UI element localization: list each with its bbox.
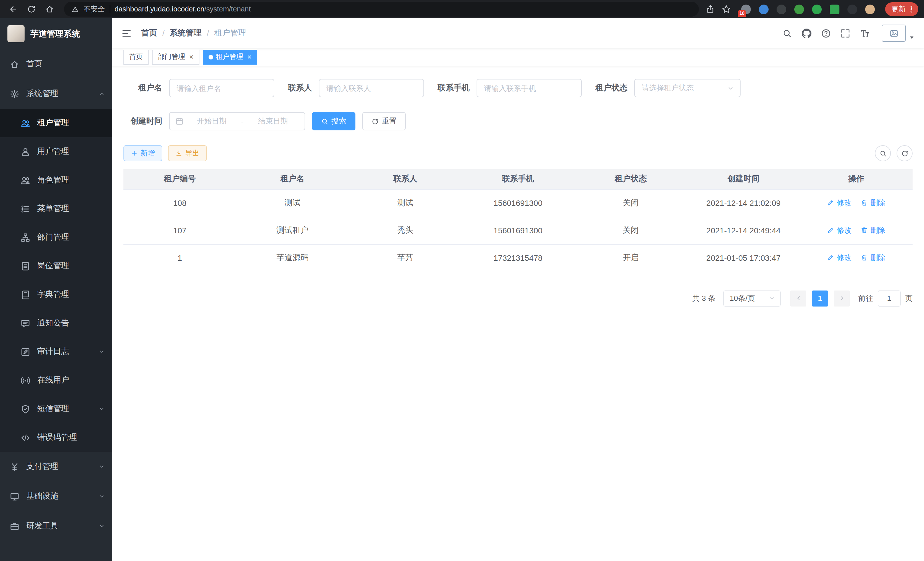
sidebar-item-dev-tools[interactable]: 研发工具 [0, 511, 112, 541]
header-search-icon[interactable] [782, 28, 792, 38]
sidebar-item-pay[interactable]: 支付管理 [0, 452, 112, 481]
sidebar-item-audit-log[interactable]: 审计日志 [0, 337, 112, 366]
extension-icon-5[interactable] [812, 4, 822, 14]
extension-icon-8[interactable] [865, 4, 875, 14]
sidebar-item-dept[interactable]: 部门管理 [0, 223, 112, 252]
user-avatar-menu[interactable] [882, 25, 915, 42]
breadcrumb-item[interactable]: 首页 [141, 28, 157, 38]
cell-name: 芋道源码 [236, 244, 349, 272]
home-icon [10, 59, 20, 69]
app-logo[interactable]: 芋道管理系统 [0, 18, 112, 49]
contact-input[interactable] [319, 79, 424, 97]
tab-dept[interactable]: 部门管理× [152, 50, 199, 64]
sidebar-item-post[interactable]: 岗位管理 [0, 252, 112, 280]
next-page-button[interactable] [834, 290, 850, 306]
browser-menu-icon[interactable] [908, 5, 915, 13]
avatar [882, 25, 906, 42]
sidebar-item-menu[interactable]: 菜单管理 [0, 194, 112, 223]
reset-button[interactable]: 重置 [362, 112, 406, 130]
chevron-down-icon [769, 295, 776, 302]
address-bar[interactable]: 不安全 dashboard.yudao.iocoder.cn/system/te… [64, 2, 699, 17]
toggle-search-button[interactable] [875, 145, 891, 161]
browser-back-button[interactable] [6, 2, 21, 17]
breadcrumb: 首页/系统管理/租户管理 [141, 28, 246, 38]
tenant-name-input[interactable] [169, 79, 274, 97]
collapse-sidebar-button[interactable] [121, 28, 132, 39]
share-icon[interactable] [706, 5, 715, 14]
refresh-table-button[interactable] [897, 145, 913, 161]
search-button[interactable]: 搜索 [312, 112, 356, 130]
page-unit-label: 页 [905, 293, 913, 303]
sidebar-item-role[interactable]: 角色管理 [0, 166, 112, 194]
edit-link[interactable]: 修改 [827, 253, 852, 263]
end-date-placeholder: 结束日期 [247, 116, 299, 126]
prev-page-button[interactable] [790, 290, 806, 306]
tab-tenant[interactable]: 租户管理× [202, 50, 257, 64]
app-logo-image [8, 25, 25, 42]
delete-link[interactable]: 删除 [861, 253, 885, 263]
filter-row-2: 创建时间 开始日期 - 结束日期 搜索 重置 [123, 112, 913, 130]
extension-icon-2[interactable] [759, 4, 769, 14]
tab-close-icon[interactable]: × [189, 53, 194, 61]
page-url: dashboard.yudao.iocoder.cn/system/tenant [115, 5, 251, 13]
sidebar-item-dict[interactable]: 字典管理 [0, 280, 112, 309]
tenant-table: 租户编号租户名联系人联系手机租户状态创建时间操作 108测试测试15601691… [123, 169, 913, 272]
help-icon[interactable] [821, 28, 831, 38]
cell-created: 2021-12-14 20:49:44 [687, 217, 800, 244]
phone-input[interactable] [477, 79, 582, 97]
add-button[interactable]: 新增 [123, 145, 162, 161]
sidebar-item-tenant[interactable]: 租户管理 [0, 109, 112, 137]
extension-icon-4[interactable] [794, 4, 804, 14]
sidebar: 芋道管理系统 首页系统管理租户管理用户管理角色管理菜单管理部门管理岗位管理字典管… [0, 18, 112, 561]
extension-icon-6[interactable] [830, 4, 839, 14]
cell-phone: 15601691300 [462, 189, 574, 217]
gear-icon [10, 89, 20, 99]
sidebar-item-infra[interactable]: 基础设施 [0, 481, 112, 511]
sidebar-item-system[interactable]: 系统管理 [0, 79, 112, 109]
browser-update-button[interactable]: 更新 [885, 2, 918, 16]
tab-close-icon[interactable]: × [247, 53, 251, 61]
security-warning-icon [71, 5, 79, 13]
status-select[interactable]: 请选择租户状态 [634, 79, 741, 97]
font-size-icon[interactable] [860, 28, 870, 38]
sidebar-item-user[interactable]: 用户管理 [0, 137, 112, 166]
edit-link[interactable]: 修改 [827, 198, 852, 208]
sidebar-item-error-code[interactable]: 错误码管理 [0, 423, 112, 452]
table-header-row: 租户编号租户名联系人联系手机租户状态创建时间操作 [123, 169, 913, 189]
sidebar-menu: 首页系统管理租户管理用户管理角色管理菜单管理部门管理岗位管理字典管理通知公告审计… [0, 49, 112, 541]
sidebar-item-home[interactable]: 首页 [0, 49, 112, 79]
navbar: 首页/系统管理/租户管理 [112, 18, 924, 48]
extension-icon-3[interactable] [777, 4, 786, 14]
extension-icon-7[interactable] [848, 4, 857, 14]
chevron-down-icon [98, 493, 105, 500]
delete-link[interactable]: 删除 [861, 225, 885, 236]
delete-link[interactable]: 删除 [861, 198, 885, 208]
bookmark-star-icon[interactable] [722, 5, 731, 14]
chevron-up-icon [98, 90, 105, 97]
edit-link[interactable]: 修改 [827, 225, 852, 236]
page-size-select[interactable]: 10条/页 [723, 290, 781, 306]
goto-page-input[interactable] [878, 290, 901, 306]
sidebar-item-sms[interactable]: 短信管理 [0, 395, 112, 423]
fullscreen-icon[interactable] [841, 28, 850, 38]
github-icon[interactable] [802, 28, 812, 38]
sidebar-item-online-user[interactable]: 在线用户 [0, 366, 112, 395]
browser-home-button[interactable] [42, 2, 57, 17]
export-button[interactable]: 导出 [168, 145, 207, 161]
browser-refresh-button[interactable] [24, 2, 39, 17]
tenant-name-label: 租户名 [123, 83, 162, 93]
cell-id: 107 [123, 217, 236, 244]
tags-view: 首页部门管理×租户管理× [112, 48, 924, 66]
date-range-picker[interactable]: 开始日期 - 结束日期 [169, 112, 305, 130]
sidebar-item-notice[interactable]: 通知公告 [0, 309, 112, 337]
column-header: 联系手机 [462, 169, 574, 189]
search-icon [879, 150, 886, 157]
dept-icon [21, 232, 30, 242]
page-number-button[interactable]: 1 [812, 290, 828, 306]
refresh-icon [901, 150, 908, 157]
breadcrumb-item[interactable]: 系统管理 [170, 28, 202, 38]
app-title: 芋道管理系统 [30, 28, 80, 39]
tab-home[interactable]: 首页 [123, 50, 148, 64]
security-label[interactable]: 不安全 [83, 4, 105, 14]
extension-icon-1[interactable]: 10 [741, 4, 751, 14]
